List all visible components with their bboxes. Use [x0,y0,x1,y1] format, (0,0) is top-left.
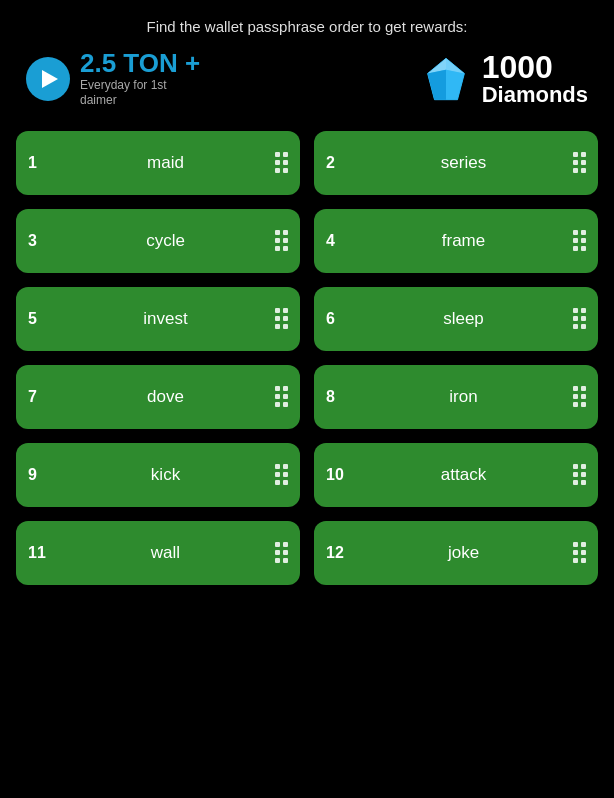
play-triangle-icon [42,70,58,88]
word-label: wall [56,543,275,563]
word-number: 4 [326,232,354,250]
word-card[interactable]: 3cycle [16,209,300,273]
drag-handle-icon [275,386,288,407]
drag-handle-icon [573,464,586,485]
ton-amount: 2.5 TON + [80,49,200,78]
word-number: 1 [28,154,56,172]
word-number: 5 [28,310,56,328]
play-icon [26,57,70,101]
drag-handle-icon [573,230,586,251]
drag-handle-icon [573,308,586,329]
word-card[interactable]: 2series [314,131,598,195]
word-number: 12 [326,544,354,562]
word-label: maid [56,153,275,173]
drag-handle-icon [275,464,288,485]
word-card[interactable]: 11wall [16,521,300,585]
word-card[interactable]: 5invest [16,287,300,351]
word-number: 10 [326,466,354,484]
diamonds-label: Diamonds [482,83,588,107]
word-number: 8 [326,388,354,406]
ton-text: 2.5 TON + Everyday for 1st daimer [80,49,200,109]
word-number: 6 [326,310,354,328]
diamonds-number: 1000 [482,51,588,83]
drag-handle-icon [275,308,288,329]
diamonds-text: 1000 Diamonds [482,51,588,107]
word-card[interactable]: 10attack [314,443,598,507]
drag-handle-icon [573,152,586,173]
word-label: kick [56,465,275,485]
word-card[interactable]: 4frame [314,209,598,273]
word-number: 3 [28,232,56,250]
word-number: 2 [326,154,354,172]
word-card[interactable]: 7dove [16,365,300,429]
ton-subtitle: Everyday for 1st daimer [80,78,200,109]
diamond-icon [422,55,470,103]
word-card[interactable]: 6sleep [314,287,598,351]
word-label: frame [354,231,573,251]
word-card[interactable]: 1maid [16,131,300,195]
word-label: dove [56,387,275,407]
drag-handle-icon [275,230,288,251]
word-number: 11 [28,544,56,562]
word-label: sleep [354,309,573,329]
drag-handle-icon [573,386,586,407]
drag-handle-icon [275,542,288,563]
word-label: iron [354,387,573,407]
rewards-row: 2.5 TON + Everyday for 1st daimer 1000 D… [16,49,598,109]
word-label: series [354,153,573,173]
drag-handle-icon [573,542,586,563]
ton-reward: 2.5 TON + Everyday for 1st daimer [26,49,200,109]
word-card[interactable]: 8iron [314,365,598,429]
word-card[interactable]: 9kick [16,443,300,507]
word-label: joke [354,543,573,563]
word-label: invest [56,309,275,329]
drag-handle-icon [275,152,288,173]
word-label: cycle [56,231,275,251]
words-grid: 1maid2series3cycle4frame5invest6sleep7do… [16,131,598,585]
instruction-text: Find the wallet passphrase order to get … [147,18,468,35]
word-number: 9 [28,466,56,484]
diamonds-reward: 1000 Diamonds [422,51,588,107]
word-label: attack [354,465,573,485]
word-card[interactable]: 12joke [314,521,598,585]
word-number: 7 [28,388,56,406]
